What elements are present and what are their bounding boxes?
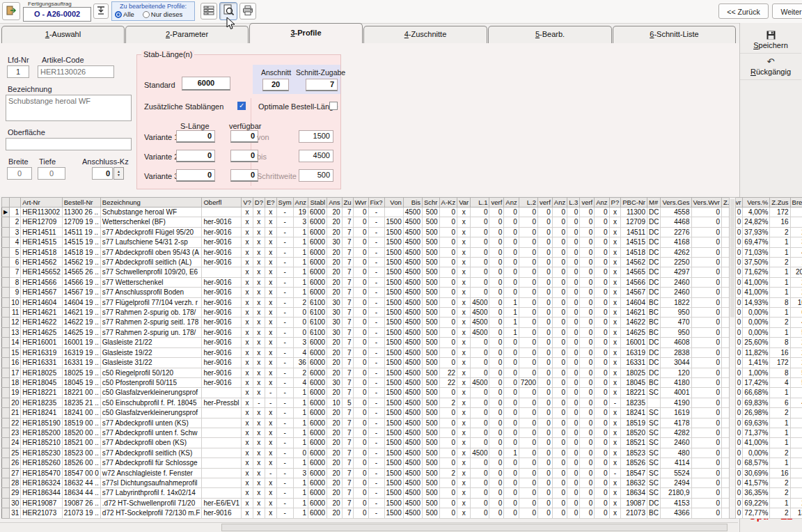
table-row[interactable]: 23HER18520018520 00 ..s77 Abdeckprofil u… — [2, 428, 802, 437]
column-header-31[interactable]: P? — [609, 198, 621, 208]
back-button[interactable]: << Zurück — [718, 3, 769, 19]
table-row[interactable]: 5HER1451814518 19 ..s77 Abdeckprofil obe… — [2, 247, 802, 257]
column-header-39[interactable]: Breite — [790, 198, 802, 208]
column-header-33[interactable]: M# — [647, 198, 660, 208]
column-header-15[interactable]: Wvr — [353, 198, 368, 208]
column-header-12[interactable]: Stabl — [308, 198, 327, 208]
column-header-19[interactable]: Schr — [423, 198, 440, 208]
column-header-28[interactable]: L.3 — [567, 198, 580, 208]
anschnitt-field[interactable]: 20 — [262, 79, 289, 91]
tab-1[interactable]: 1-Auswahl — [1, 26, 125, 43]
anschluss-spin-button[interactable]: ▲ ▼ — [113, 167, 124, 180]
column-header-32[interactable]: PBC-Nr — [621, 198, 647, 208]
column-header-27[interactable]: Anz — [552, 198, 567, 208]
tab-5[interactable]: 5-Bearb. — [488, 26, 612, 43]
exit-button[interactable] — [2, 2, 20, 20]
table-row[interactable]: 21HER1824118241 00 ..c50 Glasfalzverklei… — [2, 408, 802, 418]
table-row[interactable]: 6HER1456214562 19 ..s77 Abdeckprofil sei… — [2, 258, 802, 267]
artikel-code-field[interactable]: HER1130026 — [38, 65, 114, 78]
column-header-29[interactable]: verf — [580, 198, 595, 208]
lfd-nr-field[interactable]: 1 — [7, 65, 29, 78]
table-row[interactable]: 4HER1451514515 19 ..s77 Laufschiene 54/3… — [2, 237, 802, 247]
column-header-2[interactable] — [10, 198, 21, 208]
column-header-10[interactable]: Sym — [276, 198, 293, 208]
schrittweite-field[interactable]: 500 — [299, 169, 333, 182]
table-row[interactable]: 30HER1908719087 26 ...d72 HT-Schwellenpr… — [2, 498, 802, 508]
horizontal-scrollbar-thumb[interactable] — [221, 524, 728, 531]
table-row[interactable]: 12HER1462214622 19 ..s77 Rahmen 2-spurig… — [2, 318, 802, 327]
profile-list-button[interactable] — [200, 3, 217, 19]
column-header-26[interactable]: verf — [537, 198, 552, 208]
tab-4[interactable]: 4-Zuschnitte — [363, 26, 487, 43]
table-row[interactable]: 22HER18519018519 00 ..s77 Abdeckprofil u… — [2, 418, 802, 428]
horizontal-scrollbar[interactable] — [0, 522, 738, 532]
anschluss-kz-field[interactable]: 0 — [92, 167, 113, 180]
table-row[interactable]: 20HER1823518235 21 ..c50 Einschubprofil … — [2, 398, 802, 407]
table-row[interactable]: 14HER1600116001 19 ..Glasleiste 21/22her… — [2, 338, 802, 347]
bezeichnung-field[interactable]: Schubstange heroal WF — [6, 95, 132, 121]
variante-1-verf-field[interactable]: 0 — [230, 130, 258, 143]
column-header-14[interactable]: Zu — [342, 198, 353, 208]
variante-3-s-field[interactable]: 0 — [176, 169, 215, 182]
column-header-4[interactable]: Bestell-Nr — [62, 198, 100, 208]
table-row[interactable]: 10HER1460414604 19 ..s77 Flügelprofil 77… — [2, 297, 802, 307]
table-row[interactable]: 18HER1804518045 19 ..c50 Pfostenprofil 5… — [2, 377, 802, 387]
column-header-20[interactable]: A-Kz — [439, 198, 457, 208]
column-header-6[interactable]: Oberfl — [202, 198, 242, 208]
table-row[interactable]: 25HER18523018523 00 ..s77 Abdeckprofil s… — [2, 448, 802, 457]
tab-6[interactable]: 6-Schnitt-Liste — [613, 26, 736, 43]
column-header-35[interactable]: Vers.Wvr — [691, 198, 722, 208]
zugabe-field[interactable]: 7 — [306, 79, 338, 91]
zusatz-checkbox[interactable] — [237, 102, 246, 110]
table-row[interactable]: 16HER1633116331 19 ..Glasleiste 31/22her… — [2, 358, 802, 368]
table-row[interactable]: 9HER1456714567 19 ..s77 Anschlussprofil … — [2, 288, 802, 297]
oberflaeche-field[interactable] — [6, 138, 132, 150]
column-header-8[interactable]: D? — [253, 198, 265, 208]
order-number-field[interactable]: O - A26-0002 — [23, 7, 91, 22]
column-header-21[interactable]: Var — [457, 198, 471, 208]
column-header-7[interactable]: V? — [242, 198, 253, 208]
variante-3-verf-field[interactable]: 0 — [230, 169, 258, 182]
column-header-9[interactable]: E? — [265, 198, 276, 208]
table-row[interactable]: 26HER18526018526 00 ..s77 Abdeckprofil f… — [2, 458, 802, 468]
standard-field[interactable]: 6000 — [182, 77, 230, 91]
column-header-17[interactable]: Von — [384, 198, 403, 208]
column-header-1[interactable] — [2, 198, 10, 208]
column-header-11[interactable]: Anz — [293, 198, 308, 208]
table-row[interactable]: 13HER1462514625 19 ..s77 Rahmen 2-spurig… — [2, 327, 802, 337]
bis-field[interactable]: 4500 — [299, 150, 333, 162]
variante-2-s-field[interactable]: 0 — [176, 150, 215, 162]
table-row[interactable]: 24HER18521018521 00 ..s77 Abdeckprofil o… — [2, 438, 802, 448]
table-row[interactable]: 2HER1270912709 19 ..Wetterschenkel (BF)h… — [2, 217, 802, 227]
variante-1-s-field[interactable]: 0 — [176, 130, 215, 143]
column-header-5[interactable]: Bezeichnung — [100, 198, 202, 208]
column-header-16[interactable]: Fix? — [368, 198, 384, 208]
column-header-18[interactable]: Bis — [403, 198, 422, 208]
undo-button[interactable]: ↶ Rückgängig — [740, 54, 801, 80]
column-header-37[interactable]: Vers.% — [743, 198, 770, 208]
table-row[interactable]: 15HER1631916319 19 ..Glasleiste 19/22her… — [2, 347, 802, 357]
column-header-30[interactable]: Anz — [595, 198, 609, 208]
next-button[interactable]: Weiter >> — [772, 3, 802, 19]
column-header-38[interactable]: Z.Zus — [770, 198, 790, 208]
column-header-23[interactable]: verf — [489, 198, 504, 208]
table-row[interactable]: 17HER1802518025 19 ..c50 Riegelprofil 50… — [2, 368, 802, 377]
table-row[interactable]: 19HER1822118221 00 ..c50 Glasfalzverklei… — [2, 388, 802, 398]
tiefe-field[interactable]: 0 — [38, 167, 65, 180]
pick-order-button[interactable] — [93, 3, 109, 19]
column-header-34[interactable]: Vers.Ges — [661, 198, 691, 208]
vertical-scrollbar[interactable] — [729, 197, 736, 519]
breite-field[interactable]: 0 — [7, 167, 32, 180]
table-row[interactable]: 3HER1451114511 19 ..s77 Abdeckprofil Flü… — [2, 227, 802, 237]
column-header-3[interactable]: Art-Nr — [21, 198, 62, 208]
table-row[interactable]: 29HER18634418634 44 ..s77 Labyrinthprofi… — [2, 488, 802, 498]
radio-nur-dieses[interactable]: Nur dieses — [143, 10, 182, 18]
variante-2-verf-field[interactable]: 0 — [230, 150, 258, 162]
column-header-24[interactable]: Anz — [504, 198, 519, 208]
tab-3[interactable]: 3-Profile — [249, 23, 363, 43]
column-header-22[interactable]: L.1 — [471, 198, 489, 208]
von-field[interactable]: 1500 — [299, 130, 333, 143]
table-row[interactable]: ▶1HER11300211300 26 ..Schubstange heroal… — [2, 208, 802, 217]
table-row[interactable]: 31HER2107321073 19 ..d72 HT-Sockelprofil… — [2, 508, 802, 518]
table-row[interactable]: 8HER1456614566 19 ..s77 Wetterschenkelhe… — [2, 277, 802, 287]
